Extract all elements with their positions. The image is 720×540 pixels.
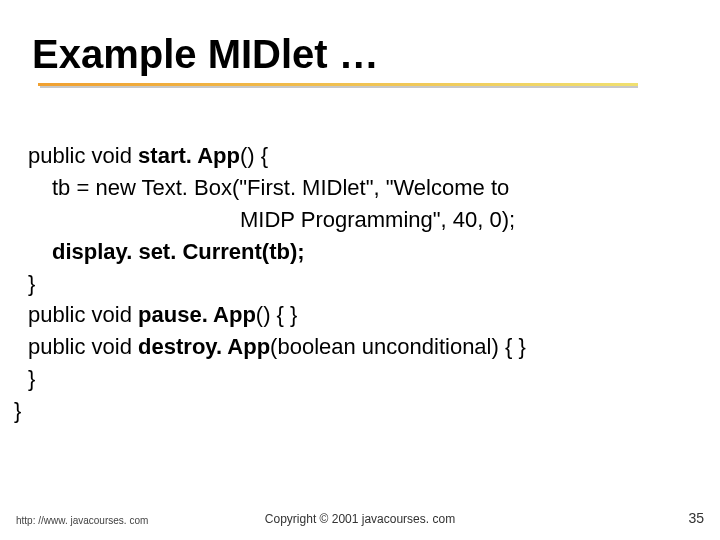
- code-text: public void: [28, 334, 138, 359]
- code-line: public void destroy. App(boolean uncondi…: [28, 331, 688, 363]
- title-block: Example MIDlet …: [32, 32, 688, 86]
- code-text-bold: start. App: [138, 143, 240, 168]
- code-line: MIDP Programming", 40, 0);: [28, 204, 688, 236]
- code-text: () { }: [256, 302, 298, 327]
- code-line: tb = new Text. Box("First. MIDlet", "Wel…: [28, 172, 688, 204]
- code-text: (boolean unconditional) { }: [270, 334, 526, 359]
- code-text-bold: destroy. App: [138, 334, 270, 359]
- slide: Example MIDlet … public void start. App(…: [0, 0, 720, 540]
- code-line: }: [28, 363, 688, 395]
- code-line: display. set. Current(tb);: [28, 236, 688, 268]
- code-line: public void start. App() {: [28, 140, 688, 172]
- footer: http: //www. javacourses. com Copyright …: [16, 510, 704, 526]
- slide-title: Example MIDlet …: [32, 32, 688, 77]
- code-line: public void pause. App() { }: [28, 299, 688, 331]
- code-text: () {: [240, 143, 268, 168]
- code-text: public void: [28, 143, 138, 168]
- footer-copyright: Copyright © 2001 javacourses. com: [16, 512, 704, 526]
- title-underline: [38, 83, 638, 86]
- code-body: public void start. App() { tb = new Text…: [28, 140, 688, 427]
- code-text: public void: [28, 302, 138, 327]
- code-line: }: [28, 268, 688, 300]
- code-line: }: [14, 395, 688, 427]
- code-text-bold: pause. App: [138, 302, 256, 327]
